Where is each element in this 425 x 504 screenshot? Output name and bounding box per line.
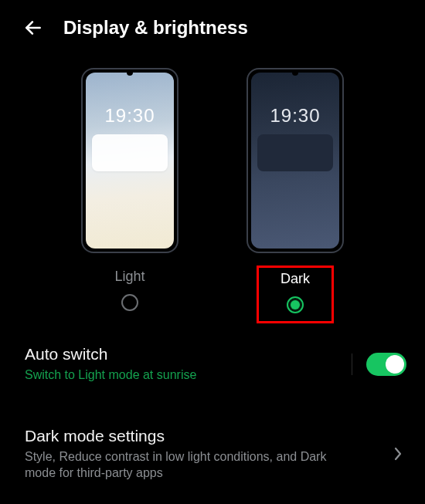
dark-mode-settings-subtitle: Style, Reduce contrast in low light cond…: [25, 448, 357, 482]
auto-switch-row[interactable]: Auto switch Switch to Light mode at sunr…: [0, 330, 425, 397]
auto-switch-text: Auto switch Switch to Light mode at sunr…: [25, 345, 352, 384]
theme-label-dark: Dark: [280, 271, 310, 287]
theme-label-wrap-light: Light: [93, 266, 166, 319]
radio-light[interactable]: [121, 294, 138, 311]
theme-label-wrap-dark: Dark: [257, 266, 334, 323]
theme-option-light[interactable]: 19:30 Light: [81, 68, 178, 323]
auto-switch-toggle[interactable]: [366, 353, 406, 376]
theme-label-light: Light: [114, 269, 144, 285]
dark-mode-settings-text: Dark mode settings Style, Reduce contras…: [25, 427, 389, 482]
dark-mode-settings-row[interactable]: Dark mode settings Style, Reduce contras…: [0, 411, 425, 496]
preview-time: 19:30: [86, 105, 174, 127]
radio-dark[interactable]: [287, 296, 304, 313]
divider: [352, 353, 352, 375]
theme-option-dark[interactable]: 19:30 Dark: [246, 68, 344, 323]
preview-card: [257, 134, 333, 171]
back-icon[interactable]: [23, 18, 43, 38]
chevron-right-icon: [389, 445, 406, 462]
preview-time: 19:30: [251, 105, 339, 127]
auto-switch-subtitle: Switch to Light mode at sunrise: [25, 367, 352, 384]
auto-switch-title: Auto switch: [25, 345, 352, 364]
theme-selector: 19:30 Light 19:30 Dark: [0, 52, 425, 330]
page-title: Display & brightness: [63, 17, 248, 39]
header: Display & brightness: [0, 0, 425, 52]
phone-preview-light: 19:30: [81, 68, 178, 253]
dark-mode-settings-title: Dark mode settings: [25, 427, 389, 445]
preview-card: [92, 134, 168, 171]
phone-preview-dark: 19:30: [246, 68, 344, 253]
